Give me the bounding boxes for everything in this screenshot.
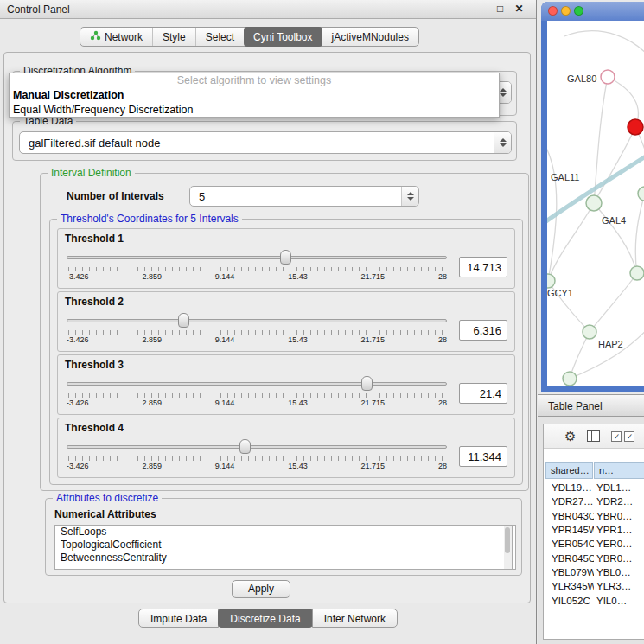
top-tab-bar: Network Style Select Cyni Toolbox jActiv… [80, 27, 419, 47]
tab-style[interactable]: Style [152, 28, 195, 46]
cell-name: YPR1… [594, 525, 633, 535]
table-panel-section: ⚙ ✓ ✓ shared… n… YDL19… YDL1… YDR27… YDR… [538, 417, 644, 644]
threshold-slider[interactable]: -3.4262.8599.14415.4321.71528 [67, 376, 447, 411]
network-window-titlebar[interactable] [541, 2, 644, 21]
close-window-icon[interactable]: ✕ [513, 3, 526, 16]
slider-scale-label: 21.715 [361, 399, 386, 407]
slider-thumb[interactable] [239, 439, 251, 454]
slider-scale-label: 9.144 [215, 272, 235, 281]
control-panel-window: Control Panel □ ✕ Network Style [0, 0, 536, 644]
table-row[interactable]: YLR345W YLR3… [545, 579, 644, 593]
network-node[interactable] [628, 119, 643, 135]
threshold-value-field[interactable] [459, 257, 507, 277]
threshold-slider[interactable]: -3.4262.8599.14415.4321.71528 [67, 439, 447, 474]
slider-track[interactable] [67, 319, 447, 322]
network-node[interactable] [638, 187, 644, 201]
network-graph[interactable]: GAL80GAL11GAL4GCY1HAP2 [547, 21, 644, 386]
threshold-value-field[interactable] [459, 320, 507, 341]
table-row[interactable]: YIL052C YIL0… [545, 593, 644, 607]
network-node[interactable] [547, 274, 555, 288]
slider-scale-label: 21.715 [361, 462, 386, 470]
node-table: ⚙ ✓ ✓ shared… n… YDL19… YDL1… YDR27… YDR… [543, 424, 644, 640]
network-edge[interactable] [590, 273, 637, 332]
close-traffic-light-button[interactable] [548, 6, 558, 16]
float-window-icon[interactable]: □ [494, 3, 507, 16]
numerical-attributes-list[interactable]: SelfLoopsTopologicalCoefficientBetweenne… [54, 525, 516, 570]
table-toolbar: ⚙ ✓ ✓ [544, 424, 644, 449]
slider-scale-label: 15.43 [288, 399, 308, 407]
network-edge-thick[interactable] [547, 149, 644, 228]
network-node[interactable] [583, 325, 596, 339]
table-row[interactable]: YPR145W YPR1… [545, 523, 644, 537]
dropdown-option-equal-width[interactable]: Equal Width/Frequency Discretization [10, 103, 499, 118]
slider-ticks [68, 456, 445, 461]
list-item[interactable]: BetweennessCentrality [55, 552, 515, 564]
number-of-intervals-combobox[interactable]: 5 [189, 186, 419, 207]
list-item[interactable]: SelfLoops [55, 526, 515, 539]
tab-impute-data[interactable]: Impute Data [138, 609, 219, 628]
combobox-arrows-icon[interactable] [401, 187, 418, 206]
table-row[interactable]: YBR043C YBR0… [545, 509, 644, 523]
gear-icon[interactable]: ⚙ [564, 430, 576, 443]
slider-track[interactable] [67, 382, 447, 386]
slider-thumb[interactable] [361, 376, 373, 391]
network-canvas[interactable]: GAL80GAL11GAL4GCY1HAP2 [547, 21, 644, 386]
tab-infer-network[interactable]: Infer Network [312, 609, 398, 628]
panel-divider[interactable] [536, 0, 537, 644]
tab-select[interactable]: Select [195, 28, 244, 46]
checkbox-icon[interactable]: ✓ [611, 431, 622, 442]
attributes-scrollbar[interactable] [504, 525, 513, 570]
table-data-combobox[interactable]: galFiltered.sif default node [19, 131, 512, 154]
table-panel-header[interactable]: Table Panel [538, 394, 644, 417]
minimize-traffic-light-button[interactable] [561, 6, 571, 16]
column-header-shared-name[interactable]: shared… [545, 462, 593, 479]
slider-track[interactable] [67, 256, 447, 259]
slider-scale-label: 9.144 [215, 399, 235, 407]
threshold-value-field[interactable] [459, 446, 507, 467]
dropdown-placeholder-item[interactable]: Select algorithm to view settings [10, 73, 499, 88]
slider-scale-label: 15.43 [288, 272, 308, 281]
scrollbar-thumb[interactable] [505, 527, 510, 553]
threshold-slider[interactable]: -3.4262.8599.14415.4321.71528 [67, 250, 447, 284]
network-edge[interactable] [547, 142, 557, 281]
network-node[interactable] [630, 266, 644, 280]
slider-thumb[interactable] [178, 313, 189, 328]
combobox-arrows-icon[interactable] [494, 132, 511, 153]
network-node[interactable] [601, 70, 615, 84]
cell-name: YDL1… [594, 482, 631, 493]
tab-network[interactable]: Network [80, 28, 152, 46]
group-title: Interval Definition [48, 167, 135, 179]
tab-cyni-toolbox[interactable]: Cyni Toolbox [244, 27, 322, 47]
slider-scale-label: 21.715 [361, 335, 386, 344]
slider-scale-label: 28 [438, 335, 447, 344]
table-row[interactable]: YDR27… YDR2… [545, 494, 644, 508]
dropdown-option-manual[interactable]: Manual Discretization [10, 88, 499, 103]
cell-shared-name: YBL079W [545, 567, 594, 577]
column-header-name[interactable]: n… [594, 462, 644, 479]
slider-track[interactable] [67, 445, 447, 449]
slider-scale-label: -3.426 [67, 335, 89, 344]
network-edge[interactable] [635, 194, 644, 273]
network-edge[interactable] [594, 203, 637, 273]
checkbox-icon[interactable]: ✓ [624, 431, 634, 442]
table-row[interactable]: YBL079W YBL0… [545, 565, 644, 579]
zoom-traffic-light-button[interactable] [574, 6, 583, 16]
cell-name: YBR0… [594, 553, 633, 564]
cell-name: YDR2… [594, 496, 633, 507]
table-row[interactable]: YDL19… YDL1… [545, 481, 644, 494]
list-item[interactable]: TopologicalCoefficient [55, 539, 515, 552]
cell-shared-name: YBR043C [545, 511, 594, 521]
network-node[interactable] [563, 372, 577, 386]
network-node[interactable] [586, 195, 602, 211]
apply-button[interactable]: Apply [232, 580, 290, 598]
threshold-value-field[interactable] [459, 383, 507, 404]
tab-discretize-data[interactable]: Discretize Data [218, 609, 312, 628]
network-edge[interactable] [564, 31, 644, 68]
columns-icon[interactable] [587, 430, 600, 442]
threshold-slider[interactable]: -3.4262.8599.14415.4321.71528 [67, 313, 447, 348]
slider-thumb[interactable] [280, 250, 291, 265]
table-row[interactable]: YBR045C YBR0… [545, 551, 644, 564]
window-title: Control Panel [7, 0, 70, 19]
table-row[interactable]: YER054C YER0… [545, 537, 644, 551]
tab-jactivemnodules[interactable]: jActiveMNodules [322, 28, 418, 46]
